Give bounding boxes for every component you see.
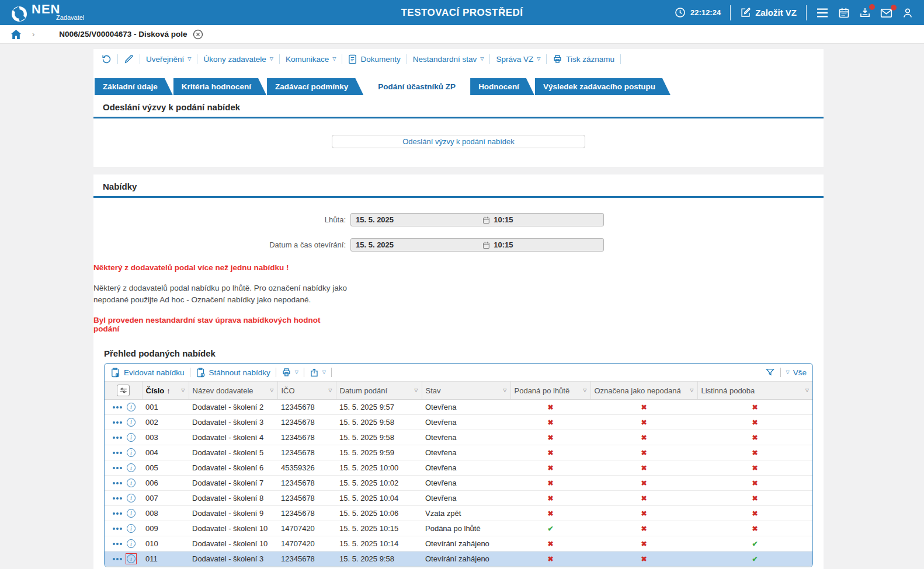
- column-header-nepodana[interactable]: Označena jako nepodaná▽: [590, 382, 697, 400]
- oteviran-time-value[interactable]: 10:15: [494, 240, 513, 249]
- menu-uverejneni[interactable]: Uveřejnění▽: [146, 55, 191, 64]
- edit-record-button[interactable]: [124, 54, 134, 64]
- info-icon[interactable]: i: [127, 479, 136, 487]
- menu-nestandardni-stav[interactable]: Nestandardní stav▽: [413, 55, 484, 64]
- info-icon[interactable]: i: [127, 418, 136, 427]
- table-header-row: Číslo↑▽ Název dodavatele▽ IČO▽ Datum pod…: [105, 382, 812, 400]
- table-row[interactable]: i003Dodavatel - školení 41234567815. 5. …: [105, 430, 812, 445]
- table-row[interactable]: i005Dodavatel - školení 64535932615. 5. …: [105, 460, 812, 476]
- cell-cislo: 002: [142, 415, 189, 430]
- nen-logo[interactable]: NEN Zadavatel: [11, 3, 84, 23]
- row-menu-icon[interactable]: [113, 437, 122, 439]
- column-header-datum[interactable]: Datum podání▽: [336, 382, 422, 400]
- grid-view-select[interactable]: ▽ Vše: [786, 368, 807, 377]
- column-header-stav[interactable]: Stav▽: [422, 382, 510, 400]
- cell-ico: 12345678: [277, 400, 336, 415]
- tab-zadavaci-podminky[interactable]: Zadávací podmínky: [267, 78, 363, 95]
- row-menu-icon[interactable]: [113, 467, 122, 469]
- user-button[interactable]: [902, 7, 913, 19]
- calendar-icon: [838, 7, 850, 19]
- info-icon[interactable]: i: [127, 539, 136, 548]
- chevron-down-icon[interactable]: ▽: [583, 388, 586, 393]
- table-row[interactable]: i010Dodavatel - školení 101470742015. 5.…: [105, 536, 812, 551]
- table-row[interactable]: i008Dodavatel - školení 91234567815. 5. …: [105, 506, 812, 521]
- menu-dokumenty[interactable]: Dokumenty: [348, 54, 400, 64]
- info-icon[interactable]: i: [127, 403, 136, 411]
- info-icon[interactable]: i: [127, 524, 136, 533]
- menu-ukony-zadavatele[interactable]: Úkony zadavatele▽: [203, 55, 273, 64]
- table-row[interactable]: i002Dodavatel - školení 31234567815. 5. …: [105, 415, 812, 430]
- column-settings-icon[interactable]: [117, 385, 130, 396]
- info-icon[interactable]: i: [127, 554, 136, 563]
- table-row[interactable]: i006Dodavatel - školení 71234567815. 5. …: [105, 476, 812, 491]
- home-button[interactable]: [11, 29, 22, 40]
- lhuta-time-value[interactable]: 10:15: [494, 215, 513, 224]
- breadcrumb-item[interactable]: N006/25/V00004673 - Disková pole: [59, 30, 187, 39]
- info-icon[interactable]: i: [127, 494, 136, 502]
- table-row[interactable]: i004Dodavatel - školení 51234567815. 5. …: [105, 445, 812, 460]
- column-header-po-lhute[interactable]: Podaná po lhůtě▽: [510, 382, 590, 400]
- lhuta-date-value[interactable]: 15. 5. 2025: [351, 215, 482, 224]
- calendar-button[interactable]: [838, 7, 850, 19]
- row-menu-icon[interactable]: [113, 482, 122, 484]
- row-menu-icon[interactable]: [113, 421, 122, 424]
- row-menu-icon[interactable]: [113, 512, 122, 515]
- tab-podani-ucastniku-zp[interactable]: Podání účastníků ZP: [364, 78, 470, 95]
- row-menu-icon[interactable]: [113, 497, 122, 500]
- chevron-down-icon[interactable]: ▽: [503, 388, 506, 393]
- table-row[interactable]: i007Dodavatel - školení 81234567815. 5. …: [105, 491, 812, 506]
- close-tab-button[interactable]: [193, 29, 203, 40]
- table-row[interactable]: i001Dodavatel - školení 21234567815. 5. …: [105, 400, 812, 415]
- chevron-down-icon[interactable]: ▽: [805, 388, 809, 393]
- tab-kriteria-hodnoceni[interactable]: Kritéria hodnocení: [173, 78, 266, 95]
- menu-komunikace[interactable]: Komunikace▽: [286, 55, 336, 64]
- table-row[interactable]: i009Dodavatel - školení 101470742015. 5.…: [105, 521, 812, 536]
- chevron-down-icon[interactable]: ▽: [414, 388, 418, 393]
- column-header-cislo[interactable]: Číslo↑▽: [142, 382, 189, 400]
- column-header-listinna[interactable]: Listinná podoba▽: [697, 382, 812, 400]
- oteviran-datetime-field[interactable]: 15. 5. 2025 10:15: [350, 238, 604, 252]
- chevron-down-icon[interactable]: ▽: [270, 388, 273, 393]
- cell-nepodana: ✖: [590, 415, 697, 430]
- column-header-ico[interactable]: IČO▽: [277, 382, 336, 400]
- divider: [342, 54, 342, 64]
- tab-hodnoceni[interactable]: Hodnocení: [470, 78, 534, 95]
- grid-filter-button[interactable]: [765, 368, 775, 377]
- table-row[interactable]: i011Dodavatel - školení 31234567815. 5. …: [105, 551, 812, 567]
- stahnout-nabidky-button[interactable]: Stáhnout nabídky: [196, 368, 270, 378]
- row-menu-icon[interactable]: [113, 543, 122, 545]
- odeslani-vyzvy-button[interactable]: Odeslání výzvy k podání nabídek: [332, 135, 585, 148]
- x-icon: ✖: [752, 449, 758, 457]
- print-record-button[interactable]: Tisk záznamu: [553, 54, 614, 64]
- evidovat-nabidku-button[interactable]: Evidovat nabídku: [110, 368, 185, 378]
- info-icon[interactable]: i: [127, 433, 136, 442]
- grid-export-button[interactable]: ▽: [310, 368, 326, 378]
- column-header-nazev[interactable]: Název dodavatele▽: [189, 382, 277, 400]
- cell-datum: 15. 5. 2025 10:00: [336, 460, 422, 476]
- tab-vysledek-zadavaciho-postupu[interactable]: Výsledek zadávacího postupu: [535, 78, 671, 95]
- tab-zakladni-udaje[interactable]: Základní údaje: [95, 78, 173, 95]
- x-icon: ✖: [752, 494, 758, 502]
- chevron-down-icon[interactable]: ▽: [181, 388, 185, 393]
- messages-button[interactable]: [880, 8, 892, 18]
- chevron-down-icon[interactable]: ▽: [690, 388, 693, 393]
- info-icon[interactable]: i: [127, 509, 136, 518]
- menu-button[interactable]: [816, 8, 829, 18]
- row-menu-icon[interactable]: [113, 406, 122, 409]
- chevron-down-icon[interactable]: ▽: [328, 388, 332, 393]
- lhuta-datetime-field[interactable]: 15. 5. 2025 10:15: [350, 213, 604, 226]
- row-menu-icon[interactable]: [113, 558, 122, 560]
- row-menu-icon[interactable]: [113, 452, 122, 454]
- info-icon[interactable]: i: [127, 463, 136, 472]
- menu-sprava-vz[interactable]: Správa VZ▽: [496, 55, 540, 64]
- downloads-button[interactable]: [859, 7, 871, 19]
- cell-nepodana: ✖: [590, 536, 697, 551]
- oteviran-date-value[interactable]: 15. 5. 2025: [351, 240, 482, 249]
- refresh-button[interactable]: [102, 54, 112, 64]
- cell-cislo: 006: [142, 476, 189, 491]
- row-menu-icon[interactable]: [113, 528, 122, 530]
- chevron-down-icon: ▽: [480, 57, 484, 61]
- grid-print-button[interactable]: ▽: [282, 368, 298, 377]
- info-icon[interactable]: i: [127, 448, 136, 457]
- create-vz-button[interactable]: Založit VZ: [740, 7, 797, 18]
